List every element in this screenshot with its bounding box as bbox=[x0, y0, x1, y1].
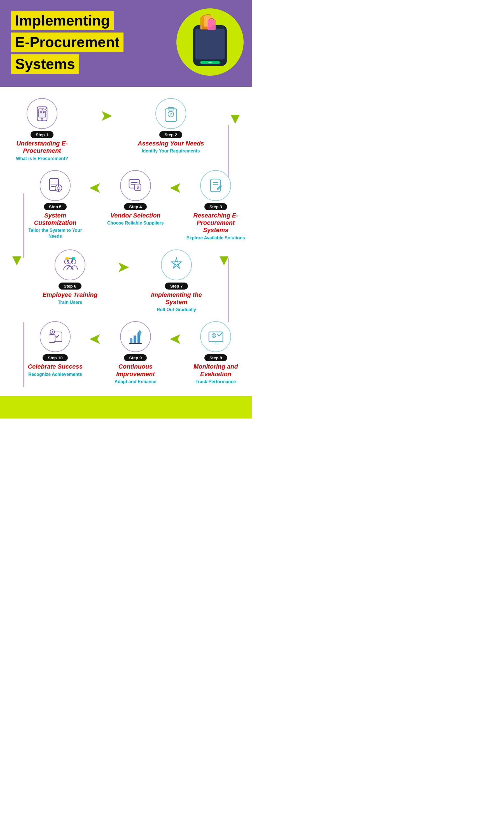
step-8-icon-circle: $ bbox=[200, 321, 231, 352]
step-4-title: Vendor Selection bbox=[110, 212, 161, 219]
svg-rect-44 bbox=[211, 179, 220, 192]
row-4-wrapper: ★ Step 10 Celebrate Success Recognize Ac… bbox=[6, 321, 246, 385]
right-arrow-icon: ➤ bbox=[100, 108, 113, 123]
title-text-1: Implementing bbox=[15, 12, 110, 29]
header-image-area: BUY bbox=[171, 6, 243, 81]
arrow-4-to-5: ➤ bbox=[86, 180, 105, 195]
phone-illustration-icon: BUY bbox=[185, 14, 235, 70]
step-7-icon-circle bbox=[161, 249, 192, 280]
step-7-badge: Step 7 bbox=[165, 283, 188, 290]
step-5-title: System Customization bbox=[25, 212, 86, 227]
left-arrow-4-icon: ➤ bbox=[169, 331, 182, 346]
step-2-badge: Step 2 bbox=[159, 131, 182, 138]
step-1-cell: Step 1 Understanding E-Procurement What … bbox=[6, 98, 78, 162]
step-10-badge: Step 10 bbox=[43, 354, 67, 361]
svg-text:...: ... bbox=[66, 258, 68, 259]
left-arrow-3-icon: ➤ bbox=[89, 331, 102, 346]
row-2: Step 5 System Customization Tailor the S… bbox=[6, 170, 246, 241]
step-9-icon-circle bbox=[120, 321, 151, 352]
svg-point-23 bbox=[45, 109, 46, 110]
row-1-wrapper: Step 1 Understanding E-Procurement What … bbox=[6, 98, 246, 162]
svg-point-22 bbox=[45, 109, 45, 110]
arrow-5-left bbox=[6, 170, 25, 183]
down-arrow-left-icon: ▼ bbox=[9, 251, 25, 269]
step-9-cell: Step 9 Continuous Improvement Adapt and … bbox=[105, 321, 166, 385]
phone-chat-icon bbox=[33, 105, 51, 123]
award-hand-icon: ★ bbox=[46, 328, 64, 346]
arrow-2-down: ▼ bbox=[224, 98, 246, 126]
row-3: ▼ bbox=[6, 249, 246, 313]
document-settings-icon bbox=[46, 176, 64, 195]
team-chat-icon: ... ... bbox=[61, 256, 79, 274]
footer bbox=[0, 396, 252, 418]
row-1: Step 1 Understanding E-Procurement What … bbox=[6, 98, 246, 162]
steps-container: Step 1 Understanding E-Procurement What … bbox=[6, 98, 246, 385]
step-3-subtitle: Explore Available Solutions bbox=[186, 235, 245, 241]
step-7-title: Implementing the System bbox=[140, 291, 213, 306]
svg-rect-2 bbox=[195, 29, 225, 59]
step-10-cell: ★ Step 10 Celebrate Success Recognize Ac… bbox=[25, 321, 86, 377]
row-3-wrapper: ▼ bbox=[6, 249, 246, 313]
title-text-2: E-Procurement bbox=[15, 34, 120, 50]
monitor-chart-icon: $ bbox=[207, 328, 225, 346]
step-1-title: Understanding E-Procurement bbox=[6, 140, 78, 155]
step-2-cell: ? Step 2 Assessing Your Needs Identify Y… bbox=[134, 98, 207, 154]
step-6-title: Employee Training bbox=[43, 291, 97, 298]
title-line-1: Implementing bbox=[11, 11, 114, 30]
step-10-icon-circle: ★ bbox=[40, 321, 71, 352]
step-10-title: Celebrate Success bbox=[28, 363, 83, 370]
checklist-pen-icon bbox=[207, 176, 225, 195]
step-7-subtitle: Roll Out Gradually bbox=[157, 307, 196, 313]
arrow-9-to-10: ➤ bbox=[86, 331, 105, 346]
lime-circle: BUY bbox=[176, 8, 243, 76]
down-arrow-icon: ▼ bbox=[228, 111, 243, 126]
left-arrow-icon-2: ➤ bbox=[169, 180, 182, 195]
row-2-wrapper: Step 5 System Customization Tailor the S… bbox=[6, 170, 246, 241]
svg-rect-65 bbox=[134, 335, 136, 343]
step-9-title: Continuous Improvement bbox=[105, 363, 166, 378]
step-2-title: Assessing Your Needs bbox=[137, 140, 204, 147]
star-person-icon bbox=[168, 256, 186, 274]
svg-text:BUY: BUY bbox=[208, 61, 213, 64]
step-10-subtitle: Recognize Achievements bbox=[28, 372, 82, 378]
title-text-3: Systems bbox=[15, 56, 75, 72]
step-4-badge: Step 4 bbox=[124, 203, 147, 210]
step-2-subtitle: Identify Your Requirements bbox=[142, 148, 200, 154]
header: Implementing E-Procurement Systems BUY bbox=[0, 0, 252, 87]
arrow-1-to-2: ➤ bbox=[95, 108, 118, 123]
chart-up-icon bbox=[126, 328, 144, 346]
step-5-badge: Step 5 bbox=[44, 203, 66, 210]
right-arrow-2-icon: ➤ bbox=[117, 259, 130, 275]
svg-point-21 bbox=[44, 109, 44, 110]
step-1-badge: Step 1 bbox=[31, 131, 53, 138]
arrow-6-to-7: ➤ bbox=[112, 259, 134, 275]
step-3-title: Researching E-Procurement Systems bbox=[185, 212, 246, 234]
step-8-subtitle: Track Performance bbox=[195, 379, 236, 385]
arrow-8-to-9: ➤ bbox=[166, 331, 185, 346]
svg-text:...: ... bbox=[73, 258, 74, 259]
step-5-icon-circle bbox=[40, 170, 71, 201]
svg-text:?: ? bbox=[170, 112, 172, 116]
step-9-subtitle: Adapt and Enhance bbox=[114, 379, 156, 385]
step-5-subtitle: Tailor the System to Your Needs bbox=[25, 227, 86, 239]
header-title-block: Implementing E-Procurement Systems bbox=[11, 11, 124, 76]
step-9-badge: Step 9 bbox=[124, 354, 147, 361]
main-content: Step 1 Understanding E-Procurement What … bbox=[0, 87, 252, 385]
step-8-badge: Step 8 bbox=[204, 354, 227, 361]
down-arrow-right-2-icon: ▼ bbox=[217, 251, 232, 269]
step-2-icon-circle: ? bbox=[155, 98, 186, 129]
step-4-cell: $ Step 4 Vendor Selection Choose Reliabl… bbox=[105, 170, 166, 226]
step-6-icon-circle: ... ... bbox=[55, 249, 85, 280]
step-7-cell: Step 7 Implementing the System Roll Out … bbox=[140, 249, 213, 313]
step-5-cell: Step 5 System Customization Tailor the S… bbox=[25, 170, 86, 239]
svg-point-16 bbox=[41, 119, 43, 120]
step-8-title: Monitoring and Evaluation bbox=[185, 363, 246, 378]
arrow-down-right-2: ▼ bbox=[213, 249, 235, 269]
step-6-cell: ... ... Step 6 Employee Training Train U… bbox=[34, 249, 106, 305]
svg-text:★: ★ bbox=[51, 330, 53, 334]
svg-rect-69 bbox=[209, 332, 223, 342]
arrow-down-left: ▼ bbox=[6, 249, 28, 269]
vendor-tag-icon: $ bbox=[126, 176, 144, 195]
svg-text:$: $ bbox=[213, 334, 215, 337]
step-3-badge: Step 3 bbox=[204, 203, 227, 210]
